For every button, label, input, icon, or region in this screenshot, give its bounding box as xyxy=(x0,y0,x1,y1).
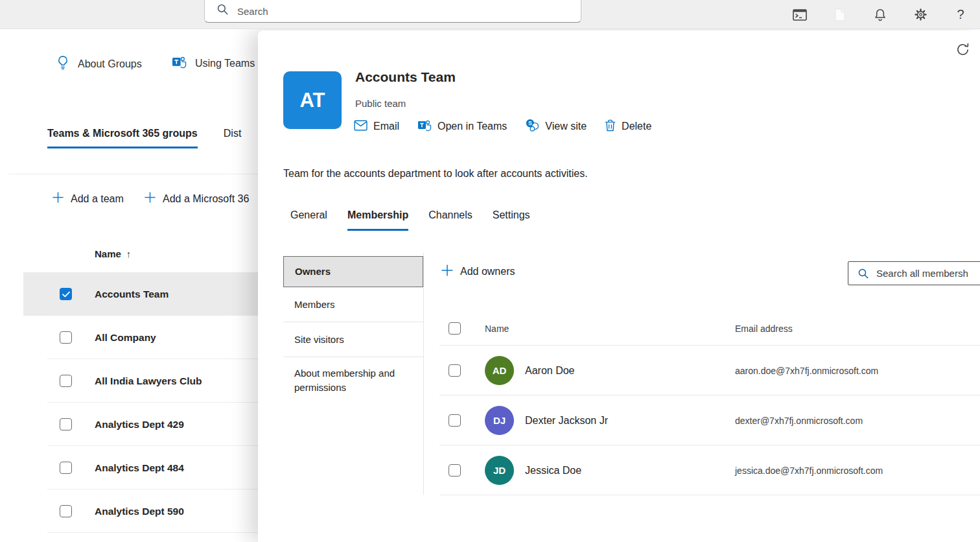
member-email: dexter@7xh7fj.onmicrosoft.com xyxy=(735,416,863,426)
team-detail-panel: AT Accounts Team Public team Email Open … xyxy=(258,30,980,542)
notifications-bell-icon[interactable] xyxy=(872,7,888,23)
refresh-icon[interactable] xyxy=(955,42,971,58)
row-checkbox[interactable] xyxy=(449,364,461,377)
member-email: aaron.doe@7xh7fj.onmicrosoft.com xyxy=(735,366,878,376)
about-groups-link[interactable]: About Groups xyxy=(56,55,142,73)
admin-center-page: ? About Groups Using Teams Teams & Micro… xyxy=(0,0,980,542)
tabs-divider xyxy=(8,174,258,174)
tab-distribution-lists[interactable]: Dist xyxy=(224,128,242,148)
group-row-analytics-dept-484[interactable]: Analytics Dept 484 xyxy=(23,446,258,489)
help-icon[interactable]: ? xyxy=(953,7,968,23)
team-avatar-initials: AT xyxy=(299,89,325,112)
plus-icon xyxy=(144,191,156,206)
row-checkbox[interactable] xyxy=(60,375,72,387)
teams-icon xyxy=(417,119,432,134)
document-icon[interactable] xyxy=(832,7,848,23)
owners-list: AD Aaron Doe aaron.doe@7xh7fj.onmicrosof… xyxy=(258,346,980,495)
member-avatar: JD xyxy=(485,456,514,485)
global-search-box[interactable] xyxy=(204,0,581,23)
using-teams-label: Using Teams xyxy=(195,58,255,69)
lightbulb-icon xyxy=(56,55,69,73)
column-header-email[interactable]: Email address xyxy=(735,324,793,334)
member-name: Jessica Doe xyxy=(525,445,581,495)
panel-title: Accounts Team xyxy=(355,69,456,85)
using-teams-link[interactable]: Using Teams xyxy=(172,55,255,71)
sort-ascending-icon: ↑ xyxy=(126,248,132,259)
trash-icon xyxy=(605,119,616,134)
topbar-icon-group: ? xyxy=(792,0,968,29)
add-a-team-label: Add a team xyxy=(71,193,124,205)
member-name: Dexter Jackson Jr xyxy=(525,395,608,445)
tab-teams-m365-groups[interactable]: Teams & Microsoft 365 groups xyxy=(47,128,198,148)
teams-icon xyxy=(172,55,187,71)
row-checkbox-checked[interactable] xyxy=(60,288,72,300)
group-row-analytics-dept-429[interactable]: Analytics Dept 429 xyxy=(23,403,258,446)
select-all-checkbox[interactable] xyxy=(449,322,461,335)
groups-tab-list: Teams & Microsoft 365 groups Dist xyxy=(47,128,241,148)
member-avatar: AD xyxy=(485,356,514,385)
tab-general[interactable]: General xyxy=(290,209,327,231)
plus-icon xyxy=(52,191,64,206)
member-row-aaron-doe[interactable]: AD Aaron Doe aaron.doe@7xh7fj.onmicrosof… xyxy=(258,346,980,395)
open-in-teams-button[interactable]: Open in Teams xyxy=(417,119,507,134)
top-app-bar: ? xyxy=(0,0,980,29)
member-avatar: DJ xyxy=(485,406,514,435)
membership-search-input[interactable] xyxy=(876,268,980,279)
view-site-button[interactable]: S View site xyxy=(525,119,587,134)
search-icon xyxy=(216,3,229,16)
subnav-item-owners[interactable]: Owners xyxy=(283,256,423,287)
settings-gear-icon[interactable] xyxy=(913,7,928,23)
column-header-member-name[interactable]: Name xyxy=(485,324,509,334)
member-row-dexter-jackson-jr[interactable]: DJ Dexter Jackson Jr dexter@7xh7fj.onmic… xyxy=(258,395,980,445)
search-icon xyxy=(858,268,869,279)
tab-channels[interactable]: Channels xyxy=(428,209,472,231)
row-checkbox[interactable] xyxy=(60,462,72,474)
row-divider xyxy=(47,532,258,533)
global-search-input[interactable] xyxy=(237,2,581,17)
membership-search-box[interactable] xyxy=(848,261,980,285)
plus-icon xyxy=(441,264,454,279)
add-owners-button[interactable]: Add owners xyxy=(441,264,515,279)
panel-tab-list: General Membership Channels Settings xyxy=(290,209,530,231)
about-groups-label: About Groups xyxy=(78,58,142,70)
group-row-accounts-team[interactable]: Accounts Team xyxy=(23,272,258,316)
email-icon xyxy=(354,120,368,134)
add-m365-group-button[interactable]: Add a Microsoft 36 xyxy=(144,191,249,206)
row-checkbox[interactable] xyxy=(60,505,72,517)
team-privacy-label: Public team xyxy=(355,98,406,109)
add-m365-group-label: Add a Microsoft 36 xyxy=(163,193,249,205)
team-avatar: AT xyxy=(283,71,342,129)
team-action-bar: Email Open in Teams S View site Delete xyxy=(354,119,651,134)
delete-button[interactable]: Delete xyxy=(605,119,651,134)
group-row-all-company[interactable]: All Company xyxy=(23,316,258,359)
team-description: Team for the accounts department to look… xyxy=(283,168,588,180)
sharepoint-icon: S xyxy=(525,119,539,134)
row-divider xyxy=(439,495,980,495)
group-row-all-india-lawyers-club[interactable]: All India Lawyers Club xyxy=(23,359,258,403)
tab-settings[interactable]: Settings xyxy=(493,209,530,231)
member-name: Aaron Doe xyxy=(525,346,575,395)
subnav-item-members[interactable]: Members xyxy=(283,287,423,322)
row-checkbox[interactable] xyxy=(449,464,461,477)
groups-list: Accounts Team All Company All India Lawy… xyxy=(23,272,258,533)
add-a-team-button[interactable]: Add a team xyxy=(52,191,124,206)
email-button[interactable]: Email xyxy=(354,119,399,134)
command-prompt-icon[interactable] xyxy=(792,7,808,23)
row-checkbox[interactable] xyxy=(449,414,461,427)
column-header-name[interactable]: Name↑ xyxy=(95,248,131,259)
group-row-analytics-dept-590[interactable]: Analytics Dept 590 xyxy=(23,489,258,533)
member-row-jessica-doe[interactable]: JD Jessica Doe jessica.doe@7xh7fj.onmicr… xyxy=(258,445,980,495)
tab-membership[interactable]: Membership xyxy=(347,209,408,231)
row-checkbox[interactable] xyxy=(60,418,72,430)
member-email: jessica.doe@7xh7fj.onmicrosoft.com xyxy=(735,465,883,476)
add-owners-label: Add owners xyxy=(460,266,515,277)
row-checkbox[interactable] xyxy=(60,331,72,344)
